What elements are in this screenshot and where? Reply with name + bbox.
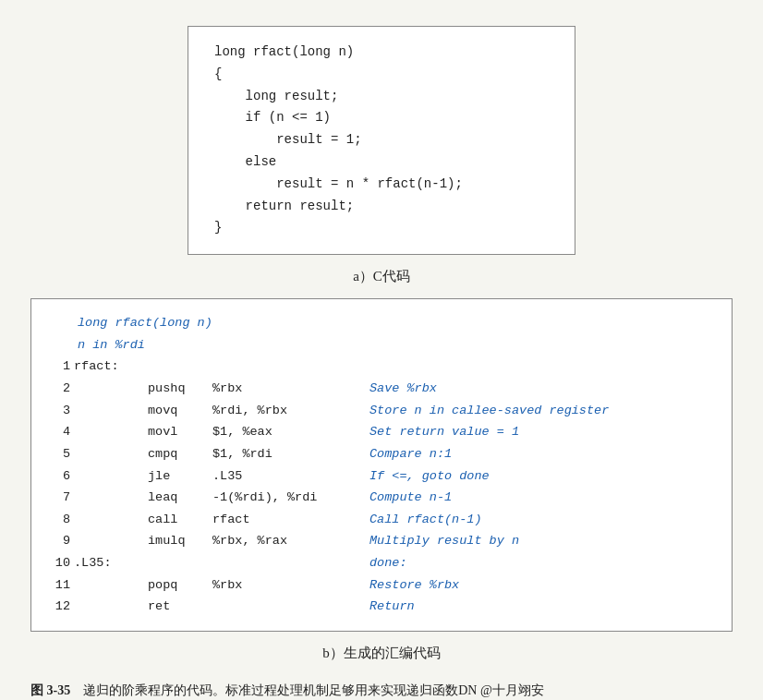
asm-header-line2: n in %rdi: [44, 334, 713, 356]
asm-row: 8callrfactCall rfact(n-1): [44, 509, 713, 531]
page-container: long rfact(long n) { long result; if (n …: [28, 18, 735, 700]
asm-linenum: 10: [44, 552, 72, 574]
asm-linenum: 7: [44, 487, 72, 509]
asm-header-line1: long rfact(long n): [44, 312, 713, 334]
asm-operands: $1, %eax: [211, 421, 368, 443]
asm-operands: %rbx: [211, 378, 368, 400]
asm-operands: -1(%rdi), %rdi: [211, 487, 368, 509]
asm-opcode: movq: [146, 400, 211, 422]
asm-row: 12retReturn: [44, 596, 713, 618]
c-code-line-5: result = 1;: [214, 129, 549, 151]
asm-operands: %rdi, %rbx: [211, 400, 368, 422]
asm-row: 10.L35:done:: [44, 552, 713, 574]
asm-linenum: 6: [44, 465, 72, 488]
figure-desc: 递归的阶乘程序的代码。标准过程处理机制足够用来实现递归函数DN @十月翊安: [83, 683, 544, 697]
asm-opcode: movl: [146, 421, 211, 443]
asm-row: 3movq%rdi, %rbxStore n in callee-saved r…: [44, 400, 713, 422]
asm-operands: rfact: [211, 509, 368, 531]
asm-opcode: [146, 552, 211, 574]
asm-table: 1rfact:2pushq%rbxSave %rbx3movq%rdi, %rb…: [44, 356, 713, 618]
asm-operands: [211, 596, 368, 618]
c-code-line-9: }: [214, 217, 549, 239]
asm-label: [72, 465, 146, 488]
asm-comment: If <=, goto done: [368, 465, 713, 488]
asm-row: 11popq%rbxRestore %rbx: [44, 574, 713, 597]
asm-comment: Save %rbx: [368, 378, 713, 400]
asm-comment: Compare n:1: [368, 443, 713, 465]
figure-caption: 图 3-35 递归的阶乘程序的代码。标准过程处理机制足够用来实现递归函数DN @…: [30, 681, 733, 700]
asm-linenum: 9: [44, 530, 72, 552]
asm-comment: Return: [368, 596, 713, 618]
c-code-line-6: else: [214, 151, 549, 174]
caption-b: b）生成的汇编代码: [322, 645, 441, 662]
asm-linenum: 3: [44, 400, 72, 422]
asm-row: 2pushq%rbxSave %rbx: [44, 378, 713, 400]
asm-label: [72, 421, 146, 443]
asm-comment: Store n in callee-saved register: [368, 400, 713, 422]
asm-opcode: [146, 356, 211, 378]
asm-label: .L35:: [72, 552, 146, 574]
asm-opcode: imulq: [146, 530, 211, 552]
asm-operands: .L35: [211, 465, 368, 488]
asm-label: [72, 574, 146, 597]
asm-linenum: 11: [44, 574, 72, 597]
asm-opcode: cmpq: [146, 443, 211, 465]
asm-label: rfact:: [72, 356, 146, 378]
asm-operands: [211, 356, 368, 378]
asm-linenum: 12: [44, 596, 72, 618]
asm-operands: $1, %rdi: [211, 443, 368, 465]
asm-comment: Restore %rbx: [368, 574, 713, 597]
asm-row: 5cmpq$1, %rdiCompare n:1: [44, 443, 713, 465]
asm-operands: [211, 552, 368, 574]
asm-comment: Set return value = 1: [368, 421, 713, 443]
asm-linenum: 5: [44, 443, 72, 465]
asm-label: [72, 378, 146, 400]
asm-row: 7leaq-1(%rdi), %rdiCompute n-1: [44, 487, 713, 509]
asm-operands: %rbx, %rax: [211, 530, 368, 552]
asm-linenum: 1: [44, 356, 72, 378]
asm-linenum: 8: [44, 509, 72, 531]
asm-opcode: ret: [146, 596, 211, 618]
asm-label: [72, 487, 146, 509]
asm-comment: done:: [368, 552, 713, 574]
asm-comment: Compute n-1: [368, 487, 713, 509]
asm-linenum: 4: [44, 421, 72, 443]
c-code-box: long rfact(long n) { long result; if (n …: [188, 26, 575, 255]
c-code-line-3: long result;: [214, 86, 549, 108]
c-code-line-8: return result;: [214, 196, 549, 218]
asm-row: 9imulq%rbx, %raxMultiply result by n: [44, 530, 713, 552]
asm-row: 1rfact:: [44, 356, 713, 378]
asm-row: 4movl$1, %eaxSet return value = 1: [44, 421, 713, 443]
asm-opcode: call: [146, 509, 211, 531]
asm-label: [72, 443, 146, 465]
c-code-line-1: long rfact(long n): [214, 42, 549, 64]
asm-code-box: long rfact(long n) n in %rdi 1rfact:2pus…: [30, 298, 733, 632]
c-code-line-4: if (n <= 1): [214, 107, 549, 129]
asm-opcode: leaq: [146, 487, 211, 509]
caption-a: a）C代码: [353, 268, 410, 285]
asm-linenum: 2: [44, 378, 72, 400]
figure-label: 图 3-35: [30, 683, 70, 697]
asm-opcode: jle: [146, 465, 211, 488]
asm-comment: Multiply result by n: [368, 530, 713, 552]
asm-label: [72, 530, 146, 552]
asm-label: [72, 596, 146, 618]
c-code-line-7: result = n * rfact(n-1);: [214, 174, 549, 196]
asm-operands: %rbx: [211, 574, 368, 597]
asm-label: [72, 400, 146, 422]
asm-row: 6jle.L35If <=, goto done: [44, 465, 713, 488]
asm-opcode: popq: [146, 574, 211, 597]
asm-comment: Call rfact(n-1): [368, 509, 713, 531]
asm-label: [72, 509, 146, 531]
c-code-line-2: {: [214, 64, 549, 86]
asm-opcode: pushq: [146, 378, 211, 400]
asm-comment: [368, 356, 713, 378]
